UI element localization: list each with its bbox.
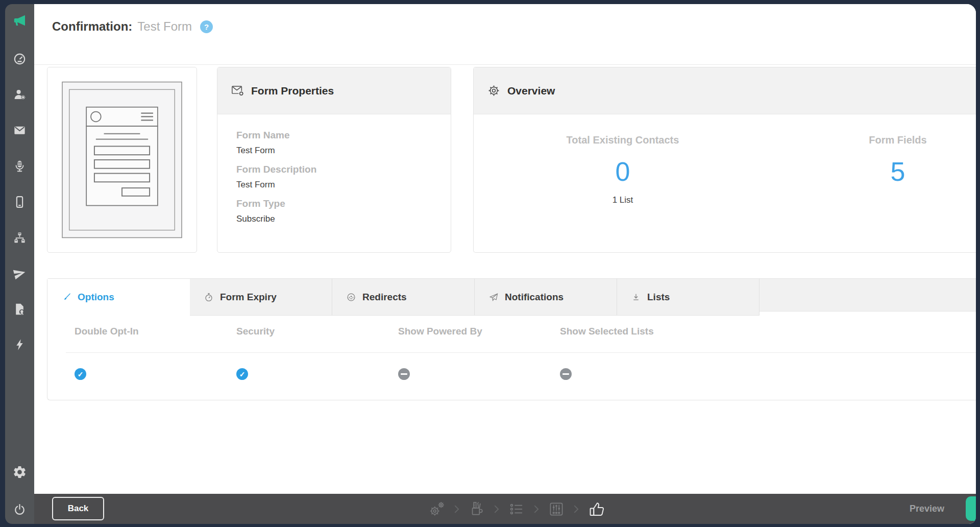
total-contacts-label: Total Existing Contacts (521, 133, 725, 147)
power-icon[interactable] (5, 497, 34, 522)
options-separator (66, 352, 976, 353)
form-properties-body: Form Name Test Form Form Description Tes… (217, 114, 451, 224)
next-step-green-pill[interactable] (966, 496, 976, 521)
mail-gear-icon (231, 84, 244, 98)
gear-outline-icon (487, 84, 501, 98)
design-tools-step-icon[interactable] (467, 499, 486, 519)
preview-button[interactable]: Preview (910, 494, 944, 524)
total-contacts-stat: Total Existing Contacts 0 1 List (521, 133, 725, 205)
paper-plane-icon[interactable] (5, 255, 34, 291)
tab-options-label: Options (78, 292, 114, 303)
tab-redirects-label: Redirects (362, 292, 407, 303)
options-column-headers: Double Opt-In Security Show Powered By S… (47, 326, 976, 337)
page-header: Confirmation: Test Form ? (34, 4, 976, 65)
footer-bar: Back (34, 494, 976, 524)
show-powered-by-header: Show Powered By (398, 326, 560, 337)
double-opt-in-state-icon[interactable] (75, 368, 86, 380)
total-contacts-value: 0 (521, 156, 725, 187)
chevron-right-icon (533, 505, 540, 514)
chevron-right-icon (454, 505, 460, 514)
overview-title: Overview (507, 85, 555, 97)
paper-plane-outline-icon (488, 292, 499, 302)
envelope-icon[interactable] (5, 112, 34, 148)
page-title: Confirmation: Test Form ? (52, 19, 213, 34)
form-properties-header: Form Properties (217, 67, 451, 114)
overview-header: Overview (474, 67, 976, 114)
form-type-value: Subscribe (236, 214, 451, 224)
tab-strip-filler (760, 279, 976, 312)
form-properties-title: Form Properties (251, 85, 334, 97)
tab-redirects[interactable]: Redirects (332, 279, 475, 316)
chevron-right-icon (573, 505, 579, 514)
speedometer-icon[interactable] (5, 41, 34, 77)
options-state-row (47, 368, 976, 382)
security-state-icon[interactable] (236, 368, 248, 380)
settings-panel: Options Form Expiry Redirects Notificati… (47, 278, 976, 400)
tab-options[interactable]: Options (47, 279, 190, 316)
megaphone-logo-icon[interactable] (5, 9, 34, 32)
user-gear-icon[interactable] (5, 77, 34, 112)
page-title-form-name: Test Form (137, 19, 192, 34)
form-preview-card (47, 67, 197, 253)
fields-list-step-icon[interactable] (507, 499, 526, 519)
form-description-label: Form Description (236, 164, 451, 175)
form-fields-sub (796, 195, 976, 205)
sidebar-nav (5, 41, 34, 363)
stopwatch-icon (204, 292, 214, 302)
form-type-label: Form Type (236, 198, 451, 209)
document-badge-icon[interactable] (5, 291, 34, 327)
form-fields-value: 5 (796, 156, 976, 187)
options-sliders-step-icon[interactable] (547, 499, 566, 519)
page-title-bold: Confirmation: (52, 19, 132, 34)
security-header: Security (236, 326, 398, 337)
back-button[interactable]: Back (52, 497, 104, 520)
tab-lists[interactable]: Lists (617, 279, 760, 316)
broadcast-icon (346, 292, 356, 302)
wizard-steps (427, 494, 607, 524)
lightning-icon[interactable] (5, 327, 34, 363)
thumbs-up-step-icon[interactable] (586, 499, 607, 519)
show-selected-lists-state-icon[interactable] (560, 368, 572, 380)
paintbrush-icon (61, 292, 71, 302)
settings-gears-step-icon[interactable] (427, 499, 447, 519)
gear-icon[interactable] (5, 460, 34, 484)
overview-card: Overview Total Existing Contacts 0 1 Lis… (473, 67, 976, 253)
smartphone-icon[interactable] (5, 184, 34, 220)
form-description-value: Test Form (236, 180, 451, 190)
form-properties-card: Form Properties Form Name Test Form Form… (217, 67, 451, 253)
download-arrow-icon (631, 292, 641, 302)
tab-form-expiry-label: Form Expiry (220, 292, 277, 303)
form-fields-stat: Form Fields 5 (796, 133, 976, 205)
tab-strip: Options Form Expiry Redirects Notificati… (47, 279, 976, 316)
show-selected-lists-header: Show Selected Lists (560, 326, 722, 337)
main-content: Confirmation: Test Form ? Form Propertie… (34, 4, 976, 524)
tab-notifications-label: Notifications (505, 292, 564, 303)
form-fields-label: Form Fields (796, 133, 976, 147)
form-wireframe (62, 81, 182, 238)
form-name-label: Form Name (236, 130, 451, 141)
sidebar (5, 4, 34, 524)
form-name-value: Test Form (236, 146, 451, 156)
tab-notifications[interactable]: Notifications (475, 279, 617, 316)
sitemap-icon[interactable] (5, 220, 34, 255)
chevron-right-icon (494, 505, 500, 514)
tab-form-expiry[interactable]: Form Expiry (190, 279, 332, 316)
help-icon[interactable]: ? (200, 20, 213, 33)
tab-lists-label: Lists (647, 292, 670, 303)
microphone-icon[interactable] (5, 148, 34, 184)
double-opt-in-header: Double Opt-In (75, 326, 236, 337)
total-contacts-sub: 1 List (521, 195, 725, 205)
show-powered-by-state-icon[interactable] (398, 368, 410, 380)
